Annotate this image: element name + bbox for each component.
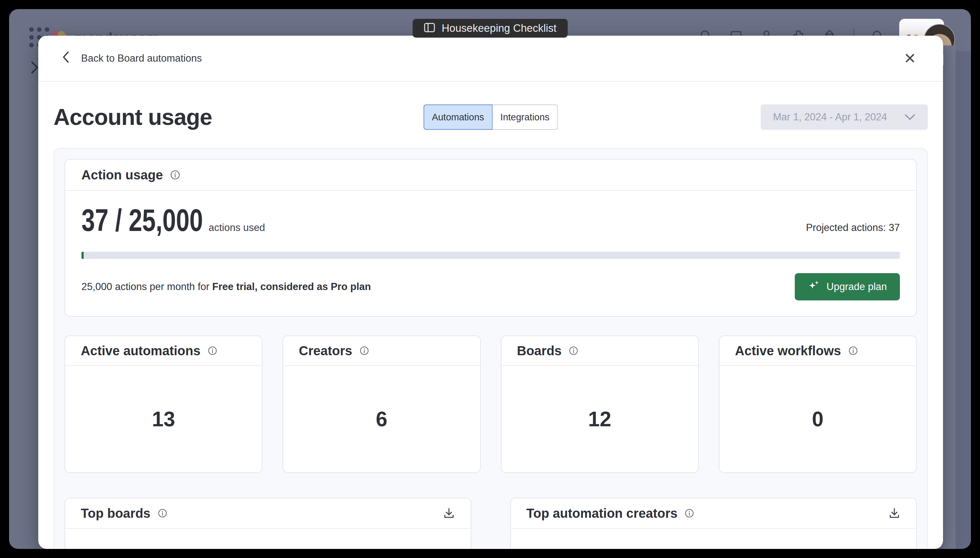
usage-count: 37 / 25,000 [82, 202, 208, 238]
chevron-down-icon [905, 113, 915, 121]
view-toggle: Automations Integrations [423, 105, 558, 130]
stat-title: Active automations [81, 343, 200, 358]
background-edge-strip [955, 51, 971, 549]
usage-progress-fill [82, 252, 84, 259]
board-icon [423, 22, 435, 34]
date-range-value: Mar 1, 2024 - Apr 1, 2024 [773, 111, 887, 123]
usage-progress-bar [82, 252, 900, 259]
tab-integrations[interactable]: Integrations [492, 105, 558, 130]
account-usage-modal: Back to Board automations ✕ Account usag… [38, 36, 943, 549]
projected-actions: Projected actions: 37 [806, 222, 900, 233]
tables-row: Top boards Top automation creators [65, 498, 917, 549]
stats-row: Active automations 13 Creators [65, 335, 917, 473]
top-automation-creators-card: Top automation creators [510, 498, 917, 549]
tab-automations-label: Automations [432, 112, 484, 123]
stat-value: 13 [65, 366, 262, 473]
action-usage-body: 37 / 25,000 actions used Projected actio… [65, 191, 916, 316]
tab-automations[interactable]: Automations [423, 105, 492, 130]
stat-title: Active workflows [735, 343, 841, 358]
stat-header: Creators [283, 336, 480, 366]
stat-header: Active automations [65, 336, 262, 366]
info-icon[interactable] [359, 346, 369, 356]
modal-body: Account usage Automations Integrations M… [38, 103, 943, 549]
back-button[interactable]: Back to Board automations [62, 51, 202, 66]
info-icon[interactable] [208, 346, 217, 356]
top-boards-card: Top boards [65, 498, 471, 549]
stat-title: Boards [517, 343, 562, 358]
date-range-select[interactable]: Mar 1, 2024 - Apr 1, 2024 [761, 105, 928, 130]
action-usage-card: Action usage 37 / 25,000 actions used Pr… [65, 159, 917, 317]
tab-integrations-label: Integrations [500, 112, 549, 123]
close-icon: ✕ [904, 50, 916, 67]
stat-title: Creators [299, 343, 352, 358]
action-usage-header: Action usage [65, 159, 916, 191]
stat-card-active-workflows: Active workflows 0 [719, 335, 917, 473]
usage-row: 37 / 25,000 actions used Projected actio… [82, 202, 900, 238]
table-header: Top automation creators [511, 498, 916, 529]
stat-card-active-automations: Active automations 13 [65, 335, 262, 473]
title-row: Account usage Automations Integrations M… [54, 103, 928, 131]
table-title: Top boards [81, 506, 151, 521]
info-icon[interactable] [685, 508, 694, 518]
plan-text-normal: 25,000 actions per month for [82, 281, 212, 292]
table-title: Top automation creators [526, 506, 678, 521]
download-icon[interactable] [443, 507, 455, 519]
stat-value: 6 [283, 366, 480, 473]
chevron-left-icon [62, 51, 69, 66]
stat-header: Active workflows [719, 336, 916, 366]
stat-card-creators: Creators 6 [283, 335, 480, 473]
download-icon[interactable] [888, 507, 901, 519]
usage-fraction: 37 / 25,000 [82, 202, 203, 238]
plan-text-bold: Free trial, considered as Pro plan [212, 281, 371, 292]
close-button[interactable]: ✕ [901, 49, 919, 67]
info-icon[interactable] [569, 346, 578, 356]
info-icon[interactable] [158, 508, 167, 518]
info-icon[interactable] [848, 346, 858, 356]
back-label: Back to Board automations [81, 53, 202, 64]
stat-header: Boards [501, 336, 698, 366]
plan-text: 25,000 actions per month for Free trial,… [82, 281, 371, 293]
table-header: Top boards [65, 498, 471, 529]
window-title-pill: Housekeeping Checklist [412, 19, 567, 38]
window-title: Housekeeping Checklist [441, 22, 556, 34]
plan-row: 25,000 actions per month for Free trial,… [82, 273, 900, 300]
background-scroll-strip [943, 46, 955, 549]
action-usage-title: Action usage [82, 168, 163, 182]
usage-suffix: actions used [208, 222, 265, 233]
app-window: monday.com ? [9, 9, 971, 549]
stat-card-boards: Boards 12 [501, 335, 699, 473]
sparkles-icon [808, 279, 820, 294]
stat-value: 12 [501, 366, 698, 473]
upgrade-plan-label: Upgrade plan [826, 281, 887, 293]
stat-value: 0 [719, 366, 916, 473]
usage-panel: Action usage 37 / 25,000 actions used Pr… [54, 148, 928, 549]
info-icon[interactable] [170, 170, 180, 180]
page-title: Account usage [54, 104, 212, 130]
upgrade-plan-button[interactable]: Upgrade plan [795, 273, 900, 300]
modal-header: Back to Board automations ✕ [38, 36, 943, 82]
